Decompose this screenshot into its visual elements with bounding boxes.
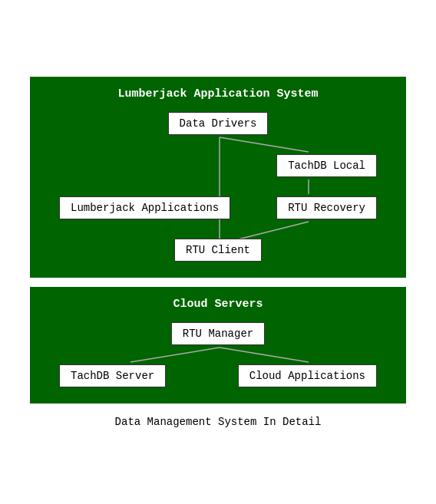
tachdb-local-node: TachDB Local xyxy=(276,154,377,177)
cloud-system-label: Cloud Servers xyxy=(44,298,392,311)
cloud-system-box: Cloud Servers RTU Manager TachDB Server … xyxy=(30,287,406,404)
lumberjack-system-box: Lumberjack Application System xyxy=(30,77,406,278)
data-drivers-node: Data Drivers xyxy=(168,112,269,135)
rtu-recovery-node: RTU Recovery xyxy=(276,196,377,219)
diagram-caption: Data Management System In Detail xyxy=(115,416,322,428)
cloud-apps-node: Cloud Applications xyxy=(238,364,377,387)
lumberjack-apps-node: Lumberjack Applications xyxy=(59,196,230,219)
tachdb-server-node: TachDB Server xyxy=(59,364,166,387)
rtu-manager-node: RTU Manager xyxy=(171,322,265,345)
lumberjack-system-label: Lumberjack Application System xyxy=(44,87,392,100)
diagram-container: Lumberjack Application System xyxy=(15,77,421,428)
rtu-client-node: RTU Client xyxy=(174,239,262,262)
